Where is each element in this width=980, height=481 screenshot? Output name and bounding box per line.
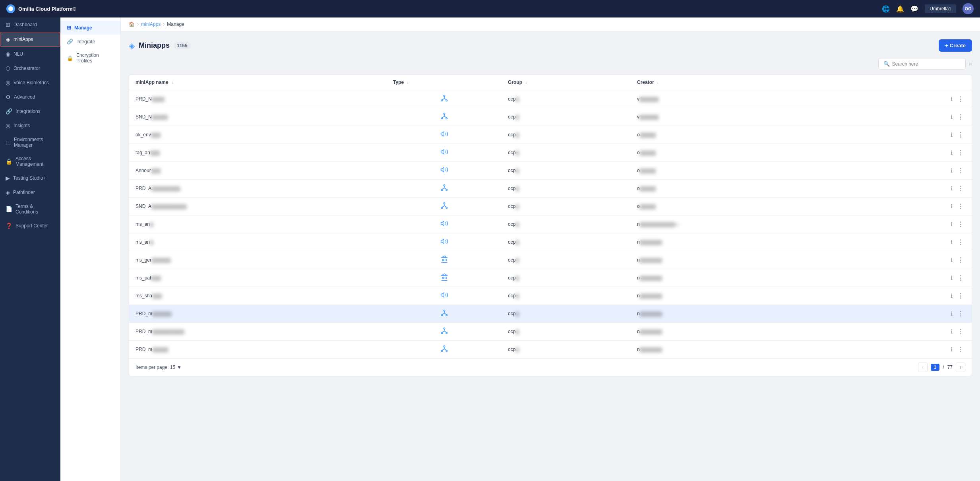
sidebar-item-pathfinder[interactable]: ◈ Pathfinder	[0, 185, 60, 200]
cell-group: ocp▓	[502, 108, 631, 126]
sidebar-item-integrations[interactable]: 🔗 Integrations	[0, 104, 60, 118]
action-cell: ℹ ⋮	[861, 148, 965, 157]
more-button[interactable]: ⋮	[956, 184, 965, 193]
voice-biometrics-icon: ◎	[6, 80, 10, 86]
chat-icon[interactable]: 💬	[910, 5, 918, 13]
action-cell: ℹ ⋮	[861, 184, 965, 193]
items-per-page[interactable]: Items per page: 15 ▼	[136, 365, 182, 370]
table-row: PRD_N▓▓▓▓ ocp▓ v▓▓▓▓▓▓ ℹ ⋮	[129, 90, 972, 108]
sidebar-item-terms-conditions[interactable]: 📄 Terms & Conditions	[0, 200, 60, 219]
create-button[interactable]: + Create	[939, 39, 972, 52]
table-row: SND_A▓▓▓▓▓▓▓▓▓▓▓ ocp▓ o▓▓▓▓▓ ℹ ⋮	[129, 198, 972, 215]
more-button[interactable]: ⋮	[956, 309, 965, 318]
action-cell: ℹ ⋮	[861, 130, 965, 140]
info-button[interactable]: ℹ	[949, 202, 954, 210]
sort-group-icon[interactable]: ↓	[525, 80, 527, 85]
flow-type-icon	[440, 114, 448, 121]
cell-group: ocp▓	[502, 341, 631, 359]
cell-type	[387, 323, 502, 341]
bell-icon[interactable]: 🔔	[896, 5, 904, 13]
sidebar-label-insights: Insights	[14, 123, 30, 128]
sidebar-item-testing-studio[interactable]: ▶ Testing Studio+	[0, 171, 60, 185]
svg-point-50	[446, 332, 447, 334]
sort-name-icon[interactable]: ↓	[171, 80, 173, 85]
prev-page-button[interactable]: ‹	[918, 363, 928, 372]
more-button[interactable]: ⋮	[956, 291, 965, 301]
more-button[interactable]: ⋮	[956, 220, 965, 229]
action-cell: ℹ ⋮	[861, 166, 965, 175]
sidebar-item-dashboard[interactable]: ⊞ Dashboard	[0, 17, 60, 32]
cell-actions: ℹ ⋮	[854, 126, 972, 144]
more-button[interactable]: ⋮	[956, 148, 965, 157]
svg-line-11	[444, 116, 447, 118]
more-button[interactable]: ⋮	[956, 327, 965, 336]
info-button[interactable]: ℹ	[949, 256, 954, 264]
more-button[interactable]: ⋮	[956, 345, 965, 354]
info-button[interactable]: ℹ	[949, 274, 954, 282]
info-button[interactable]: ℹ	[949, 149, 954, 157]
info-button[interactable]: ℹ	[949, 238, 954, 246]
flow-type-icon	[440, 186, 448, 193]
filter-icon[interactable]: ≡	[969, 61, 972, 67]
svg-line-19	[442, 188, 444, 189]
avatar[interactable]: OO	[963, 3, 974, 14]
next-page-button[interactable]: ›	[956, 363, 965, 372]
info-button[interactable]: ℹ	[949, 184, 954, 192]
table-body: PRD_N▓▓▓▓ ocp▓ v▓▓▓▓▓▓ ℹ ⋮ SND_N▓▓▓▓▓ oc…	[129, 90, 972, 359]
info-button[interactable]: ℹ	[949, 345, 954, 353]
breadcrumb-parent[interactable]: miniApps	[141, 21, 161, 27]
more-button[interactable]: ⋮	[956, 130, 965, 140]
sidebar-item-support-center[interactable]: ❓ Support Center	[0, 219, 60, 233]
page-header: ◈ Miniapps 1155 + Create	[129, 39, 972, 52]
sidebar-item-nlu[interactable]: ◉ NLU	[0, 47, 60, 61]
more-button[interactable]: ⋮	[956, 95, 965, 104]
col-group: Group ↓	[502, 75, 631, 90]
table-header-row: miniApp name ↓ Type ↓ Group ↓	[129, 75, 972, 90]
cell-creator: n▓▓▓▓▓▓▓	[631, 287, 854, 305]
sub-item-encryption-profiles[interactable]: 🔒 Encryption Profiles	[60, 48, 120, 68]
search-input[interactable]	[892, 61, 961, 67]
page-current: 1	[931, 364, 940, 371]
table-row: PRD_A▓▓▓▓▓▓▓▓▓ ocp▓ o▓▓▓▓▓ ℹ ⋮	[129, 180, 972, 198]
sidebar-item-miniapps[interactable]: ◈ miniApps	[0, 32, 60, 47]
more-button[interactable]: ⋮	[956, 256, 965, 265]
sidebar-item-insights[interactable]: ◎ Insights	[0, 118, 60, 133]
sidebar-item-voice-biometrics[interactable]: ◎ Voice Biometrics	[0, 76, 60, 90]
sidebar-label-pathfinder: Pathfinder	[13, 190, 35, 195]
more-button[interactable]: ⋮	[956, 202, 965, 211]
cell-group: ocp▓	[502, 287, 631, 305]
info-button[interactable]: ℹ	[949, 328, 954, 336]
sidebar-label-integrations: Integrations	[15, 109, 41, 114]
sidebar-label-advanced: Advanced	[14, 94, 35, 100]
svg-point-44	[446, 314, 447, 316]
more-button[interactable]: ⋮	[956, 166, 965, 175]
sidebar-item-access-management[interactable]: 🔒 Access Management	[0, 152, 60, 171]
info-button[interactable]: ℹ	[949, 310, 954, 318]
svg-line-26	[444, 206, 447, 207]
sub-item-manage[interactable]: ⊞ Manage	[60, 21, 120, 35]
cell-type	[387, 180, 502, 198]
info-button[interactable]: ℹ	[949, 131, 954, 139]
sub-item-integrate[interactable]: 🔗 Integrate	[60, 35, 120, 48]
more-button[interactable]: ⋮	[956, 238, 965, 247]
info-button[interactable]: ℹ	[949, 167, 954, 175]
svg-line-25	[442, 206, 444, 207]
svg-line-59	[444, 349, 447, 350]
sidebar-item-advanced[interactable]: ⚙ Advanced	[0, 90, 60, 104]
sort-creator-icon[interactable]: ↓	[657, 80, 659, 85]
sort-type-icon[interactable]: ↓	[407, 80, 409, 85]
support-icon: ❓	[6, 223, 12, 229]
user-label[interactable]: Umbrella1	[925, 4, 956, 13]
more-button[interactable]: ⋮	[956, 273, 965, 283]
info-button[interactable]: ℹ	[949, 292, 954, 300]
sidebar-item-orchestrator[interactable]: ⬡ Orchestrator	[0, 61, 60, 76]
action-cell: ℹ ⋮	[861, 256, 965, 265]
sidebar-item-environments-manager[interactable]: ◫ Environments Manager	[0, 133, 60, 152]
more-button[interactable]: ⋮	[956, 112, 965, 122]
breadcrumb-home[interactable]: 🏠	[129, 21, 135, 27]
globe-icon[interactable]: 🌐	[882, 5, 890, 13]
info-button[interactable]: ℹ	[949, 95, 954, 103]
svg-point-0	[444, 95, 445, 97]
info-button[interactable]: ℹ	[949, 220, 954, 228]
info-button[interactable]: ℹ	[949, 113, 954, 121]
